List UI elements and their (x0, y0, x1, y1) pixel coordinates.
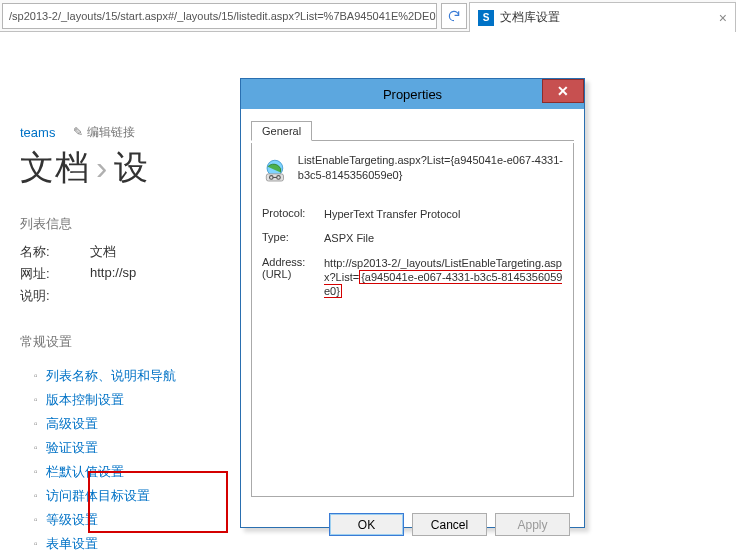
dialog-url-text: ListEnableTargeting.aspx?List={a945041e-… (298, 153, 563, 183)
setting-link[interactable]: 高级设置 (46, 416, 98, 431)
tab-general[interactable]: General (251, 121, 312, 141)
setting-link[interactable]: 版本控制设置 (46, 392, 124, 407)
dialog-close-button[interactable]: ✕ (542, 79, 584, 103)
edit-links[interactable]: 编辑链接 (73, 124, 134, 141)
tab-close-icon[interactable]: × (719, 10, 727, 26)
sharepoint-icon: S (478, 10, 494, 26)
setting-link[interactable]: 列表名称、说明和导航 (46, 368, 176, 383)
dialog-url-header: ListEnableTargeting.aspx?List={a945041e-… (262, 153, 563, 189)
browser-chrome: /sp2013-2/_layouts/15/start.aspx#/_layou… (0, 0, 736, 32)
guid-highlight: {a945041e-e067-4331-b3c5-8145356059e0} (324, 270, 562, 298)
dialog-titlebar[interactable]: Properties ✕ (241, 79, 584, 109)
address-value: http://sp2013-2/_layouts/ListEnableTarge… (324, 256, 563, 299)
refresh-button[interactable] (441, 3, 467, 29)
breadcrumb-root[interactable]: teams (20, 125, 55, 140)
setting-link[interactable]: 验证设置 (46, 440, 98, 455)
highlight-box (88, 471, 228, 533)
cancel-button[interactable]: Cancel (412, 513, 487, 536)
dialog-buttons: OK Cancel Apply (241, 505, 584, 544)
prop-row-address: Address: (URL) http://sp2013-2/_layouts/… (262, 256, 563, 299)
dialog-title: Properties (383, 87, 442, 102)
dialog-body: General ListEnableTargeting.aspx?List={a… (241, 109, 584, 505)
refresh-icon (447, 9, 461, 23)
apply-button[interactable]: Apply (495, 513, 570, 536)
address-text: /sp2013-2/_layouts/15/start.aspx#/_layou… (9, 10, 437, 22)
dialog-tabstrip: General (251, 117, 574, 141)
globe-link-icon (262, 153, 288, 189)
tab-title: 文档库设置 (500, 9, 560, 26)
address-bar[interactable]: /sp2013-2/_layouts/15/start.aspx#/_layou… (2, 3, 437, 29)
prop-row-type: Type: ASPX File (262, 231, 563, 245)
prop-row-protocol: Protocol: HyperText Transfer Protocol (262, 207, 563, 221)
properties-dialog: Properties ✕ General ListEnableTargeting… (240, 78, 585, 528)
tab-panel: ListEnableTargeting.aspx?List={a945041e-… (251, 143, 574, 497)
ok-button[interactable]: OK (329, 513, 404, 536)
browser-tab[interactable]: S 文档库设置 × (469, 2, 736, 32)
setting-link[interactable]: 表单设置 (46, 536, 98, 551)
